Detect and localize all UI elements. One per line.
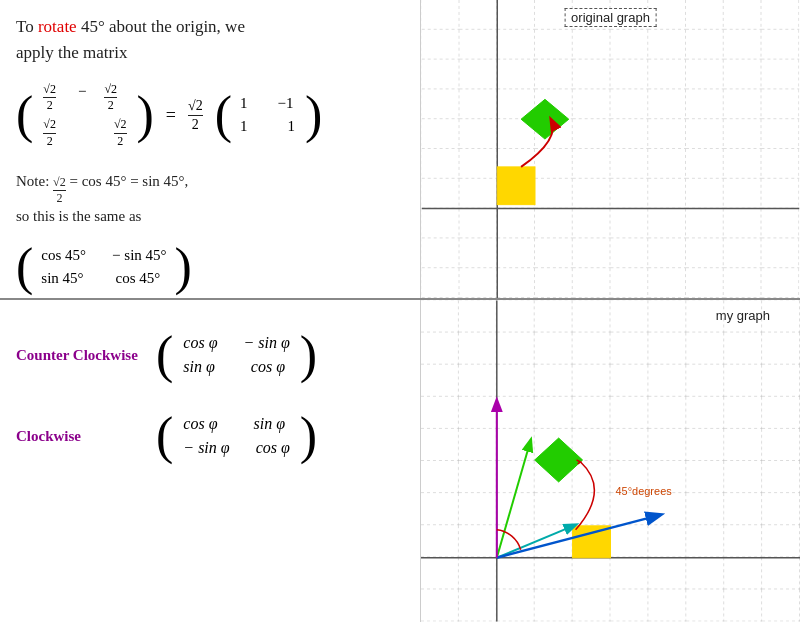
lparen1: ( — [16, 92, 33, 139]
cos45-1: cos 45° — [41, 247, 86, 264]
apply-matrix-text: apply the matrix — [16, 43, 127, 62]
neg-sin-phi-cw: − sin φ — [183, 439, 229, 457]
scalar-sqrt2-2: √2 2 — [188, 98, 203, 132]
my-graph-label: my graph — [716, 308, 770, 323]
equals1: = — [166, 105, 176, 126]
ccw-matrix: cos φ − sin φ sin φ cos φ — [183, 332, 290, 378]
top-section: To rotate 45° about the origin, we apply… — [0, 0, 800, 300]
note-line2: so this is the same as — [16, 208, 141, 224]
bottom-right-graph: my graph — [420, 300, 800, 622]
sin45-1: sin 45° — [41, 270, 83, 287]
cw-label: Clockwise — [16, 428, 146, 445]
rparen3: ) — [175, 244, 192, 291]
matrix-row-2: √2 2 √2 2 — [43, 116, 126, 149]
rparen-ccw: ) — [300, 332, 317, 379]
cos-phi-2: cos φ — [251, 358, 285, 376]
svg-rect-7 — [421, 300, 800, 621]
original-graph-label: original graph — [564, 8, 657, 27]
neg-sin45: − sin 45° — [112, 247, 166, 264]
sin-phi-1: sin φ — [183, 358, 215, 376]
matrix-simple: 1 −1 1 1 — [240, 93, 295, 137]
ccw-label: Counter Clockwise — [16, 347, 146, 364]
note-frac: √2 2 — [53, 176, 66, 205]
cos-phi-3: cos φ — [183, 415, 217, 433]
val-1c: 1 — [288, 118, 296, 135]
matrix-row-1: √2 2 − √2 2 — [43, 81, 117, 114]
cos-phi-1: cos φ — [183, 334, 217, 352]
note-eq-text: = cos 45° = sin 45°, — [69, 173, 188, 189]
frac-sqrt2-2-neg: √2 2 — [104, 83, 117, 112]
intro-text: To rotate 45° about the origin, we apply… — [16, 14, 404, 65]
cos45-2: cos 45° — [116, 270, 161, 287]
deg-label-text: 45°degrees — [615, 485, 672, 497]
frac-sqrt2-2-pos: √2 2 — [43, 83, 56, 112]
top-right-graph: original graph — [420, 0, 800, 298]
cs-row1: cos 45° − sin 45° — [41, 245, 166, 266]
frac-sqrt2-2-b1: √2 2 — [43, 118, 56, 147]
rparen2: ) — [305, 92, 322, 139]
val-1b: 1 — [240, 118, 248, 135]
cw-row-1: cos φ sin φ — [183, 413, 285, 435]
matrix-equation-top: ( √2 2 − √2 2 — [16, 81, 404, 150]
rotate-word: rotate — [38, 17, 77, 36]
simple-row-2: 1 1 — [240, 116, 295, 137]
angle-text: 45° about the origin, we — [77, 17, 245, 36]
lparen-cw: ( — [156, 413, 173, 460]
frac-sqrt2-2-b2: √2 2 — [114, 118, 127, 147]
cos-sin-inner: cos 45° − sin 45° sin 45° cos 45° — [41, 245, 166, 289]
note-label: Note: — [16, 173, 49, 189]
matrix-sqrt2: √2 2 − √2 2 √2 2 — [43, 81, 126, 150]
cos-sin-matrix: ( cos 45° − sin 45° sin 45° cos 45° ) — [16, 244, 404, 291]
rparen1: ) — [137, 92, 154, 139]
cw-row-2: − sin φ cos φ — [183, 437, 290, 459]
neg-sign: − — [78, 83, 86, 112]
simple-row-1: 1 −1 — [240, 93, 293, 114]
ccw-row: Counter Clockwise ( cos φ − sin φ sin φ … — [16, 332, 404, 379]
ccw-row-2: sin φ cos φ — [183, 356, 285, 378]
cs-row2: sin 45° cos 45° — [41, 268, 160, 289]
bottom-graph-svg: 45°degrees — [421, 300, 800, 622]
rparen-cw: ) — [300, 413, 317, 460]
val-1: 1 — [240, 95, 248, 112]
bottom-section: Counter Clockwise ( cos φ − sin φ sin φ … — [0, 300, 800, 622]
lparen-ccw: ( — [156, 332, 173, 379]
ccw-row-1: cos φ − sin φ — [183, 332, 290, 354]
top-graph-svg — [421, 0, 800, 298]
lparen3: ( — [16, 244, 33, 291]
main-container: To rotate 45° about the origin, we apply… — [0, 0, 800, 622]
sin-phi-cw: sin φ — [254, 415, 286, 433]
bottom-left-content: Counter Clockwise ( cos φ − sin φ sin φ … — [0, 300, 420, 622]
top-left-content: To rotate 45° about the origin, we apply… — [0, 0, 420, 298]
cw-row: Clockwise ( cos φ sin φ − sin φ cos φ ) — [16, 413, 404, 460]
note-sqrt2-frac: √2 2 — [53, 176, 66, 205]
note-text: Note: √2 2 = cos 45° = sin 45°, so this … — [16, 170, 404, 228]
svg-rect-1 — [422, 0, 799, 298]
val-neg1: −1 — [278, 95, 294, 112]
cos-phi-4: cos φ — [256, 439, 290, 457]
lparen2: ( — [215, 92, 232, 139]
neg-sin-phi-1: − sin φ — [244, 334, 290, 352]
cw-matrix: cos φ sin φ − sin φ cos φ — [183, 413, 290, 459]
to-word: To — [16, 17, 38, 36]
svg-rect-4 — [497, 167, 535, 205]
